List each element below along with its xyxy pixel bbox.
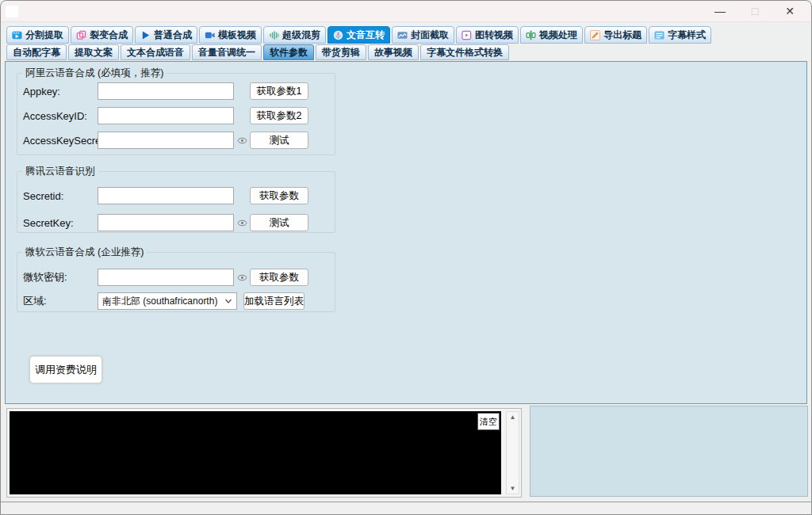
tab-label: 带货剪辑 xyxy=(322,46,360,59)
window-controls: — □ ✕ xyxy=(703,0,807,22)
tab-fission-compose[interactable]: 裂变合成 xyxy=(71,26,133,44)
appkey-input[interactable] xyxy=(98,82,234,100)
accesskeysecret-input[interactable] xyxy=(98,132,234,149)
accesskeyid-label: AccessKeyID: xyxy=(23,110,98,122)
video-process-icon xyxy=(526,30,536,40)
log-console[interactable]: 清空 xyxy=(10,411,501,494)
region-select[interactable]: 南非北部 (southafricanorth) xyxy=(98,292,237,310)
tab-image-to-video[interactable]: 图转视频 xyxy=(456,26,519,44)
fission-compose-icon xyxy=(76,30,86,40)
super-mix-icon xyxy=(269,30,279,40)
tab-label: 裂变合成 xyxy=(90,29,128,42)
tab-super-mix[interactable]: 超级混剪 xyxy=(263,26,326,44)
tab-subtitle-style[interactable]: 字幕样式 xyxy=(649,26,711,44)
tab-label: 超级混剪 xyxy=(282,29,320,42)
tab-label: 提取文案 xyxy=(75,46,113,59)
form-row-secretkey: SecretKey: 测试 xyxy=(23,214,308,231)
template-video-icon xyxy=(205,30,215,40)
microphone-icon xyxy=(333,30,343,40)
tab-label: 普通合成 xyxy=(154,29,192,42)
form-row-secretid: Secretid: 获取参数 xyxy=(23,187,308,204)
ms-key-input[interactable] xyxy=(98,269,234,286)
maximize-button[interactable]: □ xyxy=(737,0,772,22)
eye-icon[interactable] xyxy=(236,274,248,281)
eye-icon[interactable] xyxy=(236,137,248,144)
get-params-ms-button[interactable]: 获取参数 xyxy=(250,269,308,286)
tab-label: 视频处理 xyxy=(539,29,577,42)
form-row-region: 区域: 南非北部 (southafricanorth) 加载语言列表 xyxy=(23,292,304,310)
secretkey-label: SecretKey: xyxy=(23,217,98,229)
fee-info-button[interactable]: 调用资费说明 xyxy=(29,356,102,383)
tab-label: 模板视频 xyxy=(218,29,256,42)
tab-video-process[interactable]: 视频处理 xyxy=(520,26,583,44)
console-scrollbar[interactable]: ▲ ▼ xyxy=(506,411,519,494)
tab-label: 字幕样式 xyxy=(668,29,706,42)
tab-label: 导出标题 xyxy=(603,29,642,42)
get-params-tencent-button[interactable]: 获取参数 xyxy=(250,187,308,204)
tab-label: 文本合成语音 xyxy=(127,46,184,59)
tab-label: 图转视频 xyxy=(475,29,513,42)
titlebar: — □ ✕ xyxy=(0,0,812,22)
tab-label: 分割提取 xyxy=(25,29,63,42)
export-title-icon xyxy=(590,30,600,40)
main-tab-bar: 分割提取 裂变合成 普通合成 模板视频 超级混剪 文音互转 封面截取 图转视频 … xyxy=(6,26,711,44)
minimize-button[interactable]: — xyxy=(703,0,737,22)
get-params1-button[interactable]: 获取参数1 xyxy=(250,82,308,100)
form-row-accesskeyid: AccessKeyID: 获取参数2 xyxy=(23,107,308,124)
test-tencent-button[interactable]: 测试 xyxy=(250,214,308,231)
subtab-subtitle-format-convert[interactable]: 字幕文件格式转换 xyxy=(420,44,509,60)
tab-normal-compose[interactable]: 普通合成 xyxy=(135,26,197,44)
status-bar xyxy=(0,502,812,515)
load-language-list-button[interactable]: 加载语言列表 xyxy=(243,292,304,310)
tab-label: 故事视频 xyxy=(374,46,412,59)
subtab-extract-text[interactable]: 提取文案 xyxy=(68,44,119,60)
chevron-down-icon xyxy=(224,297,232,305)
side-info-panel xyxy=(530,406,808,497)
eye-icon[interactable] xyxy=(236,219,248,227)
subtab-auto-subtitle[interactable]: 自动配字幕 xyxy=(6,44,67,60)
normal-compose-icon xyxy=(140,30,151,40)
tab-cover-capture[interactable]: 封面截取 xyxy=(392,26,454,44)
accesskeysecret-label: AccessKeySecret: xyxy=(23,135,98,147)
secretid-label: Secretid: xyxy=(23,190,98,202)
subtab-volume-pitch-unify[interactable]: 音量音调统一 xyxy=(192,44,262,60)
tab-label: 文音互转 xyxy=(347,29,385,42)
cover-capture-icon xyxy=(397,30,408,40)
tencent-group-title: 腾讯云语音识别 xyxy=(22,165,98,178)
form-row-ms-key: 微软密钥: 获取参数 xyxy=(23,269,308,286)
sub-tab-bar: 自动配字幕 提取文案 文本合成语音 音量音调统一 软件参数 带货剪辑 故事视频 … xyxy=(6,44,509,60)
test-aliyun-button[interactable]: 测试 xyxy=(250,132,308,149)
tab-template-video[interactable]: 模板视频 xyxy=(199,26,262,44)
get-params2-button[interactable]: 获取参数2 xyxy=(250,107,308,124)
scroll-up-icon[interactable]: ▲ xyxy=(507,414,519,421)
aliyun-group-title: 阿里云语音合成 (必填项，推荐) xyxy=(22,67,167,80)
tab-split-extract[interactable]: 分割提取 xyxy=(6,26,69,44)
tab-label: 封面截取 xyxy=(411,29,449,42)
appkey-label: Appkey: xyxy=(23,86,98,97)
tab-export-title[interactable]: 导出标题 xyxy=(584,26,647,44)
subtab-software-params[interactable]: 软件参数 xyxy=(263,44,314,60)
image-to-video-icon xyxy=(462,30,472,40)
form-row-accesskeysecret: AccessKeySecret: 测试 xyxy=(23,132,308,149)
microsoft-group-title: 微软云语音合成 (企业推荐) xyxy=(22,246,147,259)
region-select-value: 南非北部 (southafricanorth) xyxy=(102,295,217,308)
region-label: 区域: xyxy=(23,294,98,308)
tab-voice-text-convert[interactable]: 文音互转 xyxy=(327,26,390,44)
tab-label: 音量音调统一 xyxy=(198,46,255,59)
tab-label: 字幕文件格式转换 xyxy=(427,46,503,59)
secretid-input[interactable] xyxy=(98,187,234,204)
app-icon xyxy=(6,6,18,17)
scroll-down-icon[interactable]: ▼ xyxy=(507,485,519,492)
subtab-livestream-edit[interactable]: 带货剪辑 xyxy=(316,44,366,60)
tab-label: 自动配字幕 xyxy=(13,46,60,59)
subtab-text-to-speech[interactable]: 文本合成语音 xyxy=(121,44,190,60)
secretkey-input[interactable] xyxy=(98,214,234,231)
accesskeyid-input[interactable] xyxy=(98,107,234,124)
software-params-panel: 阿里云语音合成 (必填项，推荐) Appkey: 获取参数1 AccessKey… xyxy=(5,61,807,404)
ms-key-label: 微软密钥: xyxy=(23,270,98,284)
subtitle-style-icon xyxy=(654,30,665,40)
close-button[interactable]: ✕ xyxy=(772,0,807,22)
split-extract-icon xyxy=(12,30,22,40)
subtab-story-video[interactable]: 故事视频 xyxy=(368,44,419,60)
clear-console-button[interactable]: 清空 xyxy=(477,413,500,430)
